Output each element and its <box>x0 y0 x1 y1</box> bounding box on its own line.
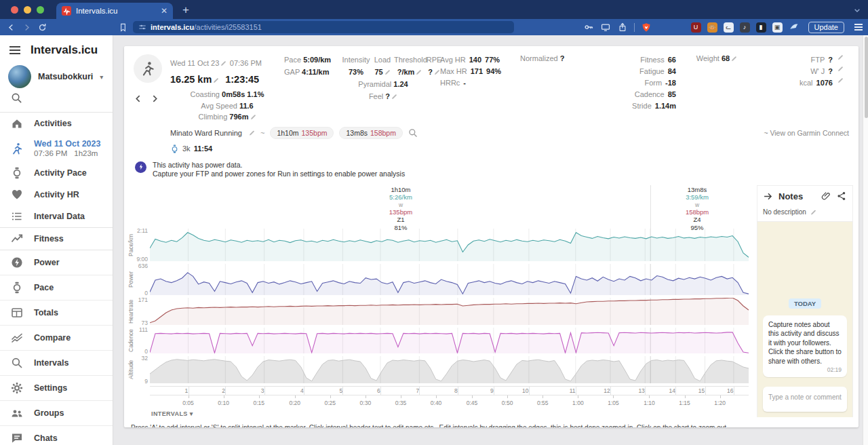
edit-ftp-icon[interactable] <box>837 54 844 60</box>
url-host: intervals.icu <box>151 23 194 31</box>
sidebar-item-fitness[interactable]: Fitness <box>0 228 113 250</box>
chart-plot-heartrate[interactable] <box>150 298 749 325</box>
sidebar-item-interval-data[interactable]: Interval Data <box>0 206 113 227</box>
sidebar-item-totals[interactable]: Totals <box>0 300 113 325</box>
brave-rewards-icon[interactable] <box>789 22 800 33</box>
edit-weight-icon[interactable] <box>731 56 737 62</box>
reload-button[interactable] <box>37 22 47 33</box>
search-intervals-icon[interactable] <box>408 128 418 138</box>
interval-header[interactable]: 1h10m5:26/kmw135bpmZ181% <box>389 186 412 231</box>
edit-load-icon[interactable] <box>384 69 391 75</box>
interval-chip[interactable]: 13m8s158bpm <box>339 127 402 139</box>
share-icon[interactable] <box>617 22 628 33</box>
axis-min: 0 <box>144 348 148 355</box>
sidebar-item-settings[interactable]: Settings <box>0 375 113 400</box>
runner-icon <box>11 142 23 155</box>
chart-plot-altitude[interactable] <box>150 356 749 383</box>
menu-icon[interactable] <box>9 46 20 54</box>
edit-date-icon[interactable] <box>220 60 226 66</box>
browser-tab[interactable]: Intervals.icu ✕ <box>56 3 173 19</box>
site-settings-icon[interactable] <box>138 23 146 31</box>
minimize-window-button[interactable] <box>24 6 31 14</box>
note-input[interactable] <box>763 387 847 412</box>
time-label: 0:45 <box>467 400 478 406</box>
sidebar-item-groups[interactable]: Groups <box>0 400 113 425</box>
sidebar-item-activities[interactable]: Activities <box>0 113 113 134</box>
prev-activity-button[interactable] <box>134 94 142 102</box>
share-notes-icon[interactable] <box>837 191 847 201</box>
avg-hr-pct: 77% <box>485 54 500 66</box>
extension-icon-3[interactable]: ᓚ <box>724 22 734 33</box>
edit-feel-icon[interactable] <box>391 94 397 100</box>
next-activity-button[interactable] <box>151 94 159 102</box>
sidebar-item-activity-pace[interactable]: Activity Pace <box>0 162 113 184</box>
page-scrollbar[interactable] <box>863 35 868 445</box>
gear-icon <box>11 382 23 394</box>
password-key-icon[interactable] <box>583 22 594 33</box>
new-tab-button[interactable]: + <box>182 4 189 16</box>
sidebar-item-power[interactable]: Power <box>0 250 113 275</box>
brave-shield-icon[interactable] <box>641 22 652 33</box>
edit-threshold-icon[interactable] <box>416 69 422 75</box>
edit-rpe-icon[interactable] <box>434 69 440 75</box>
extension-icon-6[interactable]: ▣ <box>772 22 783 33</box>
sidebar-item-chats[interactable]: Chats <box>0 425 113 445</box>
interval-header-band[interactable]: 1h10m5:26/kmw135bpmZ181%13m8s3:59/kmw158… <box>150 185 749 229</box>
edit-name-icon[interactable] <box>249 130 255 136</box>
tab-close-icon[interactable]: ✕ <box>161 6 167 16</box>
close-window-button[interactable] <box>11 6 18 14</box>
wj-label: W' J <box>810 66 825 77</box>
chart-plot-pacekm[interactable] <box>150 229 749 261</box>
edit-description-icon[interactable] <box>810 209 816 215</box>
load-label: Load <box>371 54 394 66</box>
sidebar-item-compare[interactable]: Compare <box>0 325 113 350</box>
back-button[interactable] <box>5 22 16 33</box>
address-bar[interactable]: intervals.icu/activities/i25583151 <box>133 21 514 33</box>
edit-wj-icon[interactable] <box>837 66 844 72</box>
sidebar-item-current-activity[interactable]: Wed 11 Oct 202307:36 PM1h23m <box>0 134 113 162</box>
extension-icon-5[interactable]: ▮ <box>756 22 766 33</box>
sidebar-search-icon[interactable] <box>0 90 113 112</box>
chart-panel-cadence: Cadence1110 <box>127 328 749 353</box>
extension-icon-4[interactable]: ♪ <box>740 22 750 33</box>
browser-menu-icon[interactable] <box>854 24 863 31</box>
zoom-window-button[interactable] <box>37 6 44 14</box>
ftp-value: ? <box>828 54 833 66</box>
activity-chart[interactable]: 1h10m5:26/kmw135bpmZ181%13m8s3:59/kmw158… <box>127 185 749 417</box>
user-menu[interactable]: Matsubokkuri ▾ <box>0 64 113 90</box>
attachment-icon[interactable] <box>821 191 831 201</box>
edit-distance-icon[interactable] <box>213 77 219 83</box>
extension-icon-1[interactable]: U <box>691 22 701 33</box>
sidebar-group: ActivitiesWed 11 Oct 202307:36 PM1h23mAc… <box>0 112 113 227</box>
interval-chip[interactable]: 1h10m135bpm <box>270 127 334 139</box>
sidebar-item-pace[interactable]: Pace <box>0 275 113 300</box>
chart-plot-power[interactable] <box>150 264 749 295</box>
axis-max: 171 <box>138 296 148 303</box>
climbing-value: 796m <box>229 113 248 121</box>
collapse-notes-icon[interactable] <box>763 191 773 201</box>
forward-button[interactable] <box>21 22 32 33</box>
feel-value: ? <box>385 92 390 100</box>
km-axis[interactable]: 12345678910111213141516 <box>150 386 749 395</box>
update-button[interactable]: Update <box>808 22 844 33</box>
garmin-connect-link[interactable]: ~ View on Garmin Connect <box>764 129 849 137</box>
chevron-down-icon[interactable] <box>853 5 861 17</box>
extension-icon-2[interactable]: 🐵 <box>707 22 717 33</box>
trend-icon <box>11 233 23 245</box>
edit-kcal-icon[interactable] <box>837 77 844 83</box>
hrrc-label: HRRc <box>440 77 460 89</box>
bookmark-icon[interactable] <box>117 22 128 33</box>
sidebar-item-activity-hr[interactable]: Activity HR <box>0 184 113 206</box>
similar-activities-icon[interactable]: ~ <box>260 129 264 137</box>
window-controls[interactable] <box>11 6 44 14</box>
chart-plot-cadence[interactable] <box>150 328 749 353</box>
intervals-toggle[interactable]: INTERVALS ▾ <box>151 410 749 417</box>
sidebar-item-intervals[interactable]: Intervals <box>0 350 113 375</box>
main-content: Wed 11 Oct 23 07:36 PM 16.25 km 1:23:45 … <box>113 35 863 445</box>
activity-name[interactable]: Minato Ward Running <box>170 129 242 137</box>
interval-header[interactable]: 13m8s3:59/kmw158bpmZ495% <box>686 186 709 231</box>
edit-climbing-icon[interactable] <box>250 114 256 120</box>
time-label: 1:15 <box>679 400 690 406</box>
watch-icon <box>11 167 23 179</box>
media-device-icon[interactable] <box>600 22 611 33</box>
